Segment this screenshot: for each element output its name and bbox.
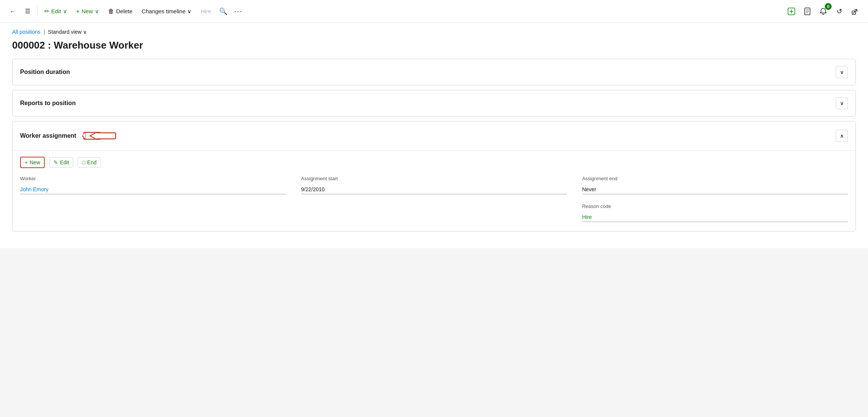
new-button[interactable]: + New ∨: [72, 6, 103, 17]
page-title: 000002 : Warehouse Worker: [12, 38, 856, 59]
search-button[interactable]: 🔍: [216, 5, 230, 18]
empty-field-1: [20, 203, 286, 222]
menu-button[interactable]: ☰: [21, 5, 34, 17]
view-label: Standard view: [48, 29, 81, 35]
eraser-icon: [787, 7, 796, 16]
top-toolbar: ← ☰ ✏ Edit ∨ + New ∨ 🗑 Delete Changes ti…: [0, 0, 868, 23]
wa-end-button[interactable]: □ End: [78, 157, 100, 168]
wa-end-icon: □: [82, 159, 85, 165]
reports-to-position-chevron: ∨: [840, 100, 844, 106]
new-plus-icon: +: [76, 8, 80, 15]
wa-edit-button[interactable]: ✎ Edit: [49, 157, 73, 168]
position-duration-section: Position duration ∨: [12, 59, 856, 85]
position-duration-chevron: ∨: [840, 69, 844, 75]
edit-chevron: ∨: [63, 8, 67, 15]
reports-to-position-title: Reports to position: [20, 100, 76, 107]
refresh-icon: ↺: [837, 7, 842, 16]
breadcrumb-separator: |: [44, 29, 45, 35]
worker-assignment-toolbar: + New ✎ Edit □ End: [20, 157, 848, 168]
new-label: New: [81, 8, 93, 14]
doc-icon: [803, 7, 812, 16]
reason-code-field-group: Reason code Hire: [582, 203, 848, 222]
worker-label: Worker: [20, 176, 286, 181]
svg-rect-12: [96, 133, 116, 139]
wa-new-button[interactable]: + New: [20, 157, 45, 168]
hire-button[interactable]: Hire: [197, 6, 215, 17]
edit-button[interactable]: ✏ Edit ∨: [41, 5, 71, 17]
edit-icon: ✏: [44, 8, 49, 15]
assignment-end-field-group: Assignment end Never: [582, 176, 848, 194]
changes-timeline-chevron: ∨: [187, 8, 191, 15]
worker-assignment-chevron: ∧: [840, 133, 844, 139]
assignment-end-label: Assignment end: [582, 176, 848, 181]
wa-end-label: End: [87, 159, 97, 165]
all-positions-link[interactable]: All positions: [12, 29, 41, 35]
left-arrow-annotation: [88, 128, 119, 143]
worker-assignment-fields: Worker John Emory Assignment start 9/22/…: [20, 176, 848, 222]
changes-timeline-button[interactable]: Changes timeline ∨: [138, 6, 196, 17]
wa-new-plus-icon: +: [25, 159, 28, 165]
position-duration-header[interactable]: Position duration ∨: [13, 59, 855, 85]
assignment-start-label: Assignment start: [301, 176, 567, 181]
worker-assignment-body: + New ✎ Edit □ End Worker John Emory: [13, 150, 855, 231]
worker-assignment-title-area: Worker assignment: [20, 128, 119, 143]
svg-marker-13: [90, 133, 96, 139]
breadcrumb: All positions | Standard view ∨: [12, 23, 856, 38]
wa-new-label: New: [30, 159, 40, 165]
menu-icon: ☰: [25, 8, 30, 15]
content-area: All positions | Standard view ∨ 000002 :…: [0, 23, 868, 248]
more-button[interactable]: ···: [232, 5, 245, 18]
view-chevron: ∨: [83, 29, 87, 35]
standard-view-dropdown[interactable]: Standard view ∨: [48, 29, 87, 35]
position-duration-title: Position duration: [20, 69, 70, 76]
svg-rect-14: [95, 133, 97, 138]
back-icon: ←: [10, 8, 16, 15]
reports-to-position-section: Reports to position ∨: [12, 90, 856, 116]
reports-to-position-collapse-btn[interactable]: ∨: [836, 97, 848, 109]
worker-field-group: Worker John Emory: [20, 176, 286, 194]
notification-area: 0: [816, 5, 830, 18]
divider-1: [37, 6, 38, 17]
back-button[interactable]: ←: [6, 6, 20, 17]
eraser-button[interactable]: [785, 5, 798, 18]
worker-assignment-collapse-btn[interactable]: ∧: [836, 130, 848, 142]
top-bar-right-actions: 0 ↺: [785, 5, 862, 18]
worker-assignment-title: Worker assignment: [20, 132, 76, 139]
assignment-end-value: Never: [582, 184, 848, 194]
refresh-button[interactable]: ↺: [832, 5, 846, 18]
reason-code-value[interactable]: Hire: [582, 211, 848, 222]
worker-value[interactable]: John Emory: [20, 184, 286, 194]
reports-to-position-header[interactable]: Reports to position ∨: [13, 90, 855, 116]
edit-label: Edit: [51, 8, 61, 14]
external-link-icon: [851, 8, 859, 15]
delete-label: Delete: [116, 8, 132, 14]
delete-icon: 🗑: [108, 8, 114, 15]
doc-button[interactable]: [801, 5, 814, 18]
worker-assignment-section: Worker assignment: [12, 121, 856, 231]
position-duration-collapse-btn[interactable]: ∨: [836, 66, 848, 78]
assignment-start-field-group: Assignment start 9/22/2010: [301, 176, 567, 194]
delete-button[interactable]: 🗑 Delete: [104, 6, 136, 17]
changes-timeline-label: Changes timeline: [142, 8, 186, 14]
new-chevron: ∨: [95, 8, 99, 15]
external-link-button[interactable]: [848, 5, 862, 18]
notification-badge-count: 0: [825, 3, 832, 10]
assignment-start-value: 9/22/2010: [301, 184, 567, 194]
worker-assignment-header: Worker assignment: [13, 121, 855, 150]
reason-code-label: Reason code: [582, 203, 848, 209]
search-icon: 🔍: [219, 7, 227, 16]
more-icon: ···: [234, 7, 243, 16]
wa-edit-icon: ✎: [53, 159, 58, 165]
wa-edit-label: Edit: [60, 159, 69, 165]
hire-label: Hire: [201, 8, 211, 14]
empty-field-2: [301, 203, 567, 222]
